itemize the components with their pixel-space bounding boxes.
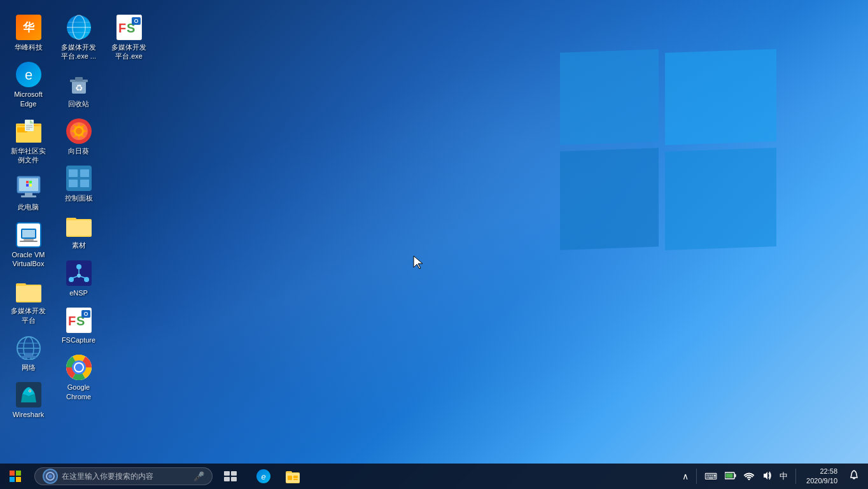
material-label: 素材 [72,241,86,250]
multimedia-folder-icon [16,278,41,304]
svg-point-86 [48,474,52,478]
control-icon [66,166,92,191]
svg-rect-81 [10,471,15,476]
desktop-icon-xinhua[interactable]: 新华社区实例文件 [4,115,52,169]
desktop-icon-ensp[interactable]: eNSP [55,257,102,301]
svg-rect-22 [20,241,38,242]
language-icon[interactable]: 中 [777,471,790,482]
edge-label: MicrosoftEdge [14,90,43,108]
svg-rect-96 [288,476,292,480]
fscapture-icon: F S [66,308,92,333]
svg-rect-87 [224,471,230,476]
desktop-icon-control[interactable]: 控制面板 [55,162,102,206]
recycle-label: 回收站 [68,99,89,108]
chrome-label: GoogleChrome [66,383,91,401]
desktop: 华 华峰科技 e MicrosoftEdge [0,0,868,489]
svg-rect-82 [16,471,21,476]
svg-point-35 [29,390,31,392]
huafeng-icon: 华 [16,15,41,40]
desktop-icon-material[interactable]: 素材 [55,209,102,253]
clock-time: 22:58 [806,467,837,476]
win-logo-bottom-right [665,148,776,250]
desktop-icon-wireshark[interactable]: Wireshark [4,378,52,423]
network-icon [16,335,41,360]
svg-rect-90 [231,477,237,481]
svg-rect-32 [21,356,36,358]
svg-rect-56 [66,220,92,236]
desktop-icon-fscapture[interactable]: F S FSCapture [55,304,102,348]
desktop-icon-multimedia-exe[interactable]: 多媒体开发平台.exe ... [55,11,102,65]
svg-rect-51 [80,169,89,177]
battery-icon[interactable] [722,471,739,481]
svg-point-70 [85,313,87,315]
svg-rect-50 [69,169,78,177]
chrome-icon [66,355,92,380]
desktop-icon-huafeng[interactable]: 华 华峰科技 [4,11,52,55]
desktop-icon-network[interactable]: 网络 [4,331,52,376]
svg-rect-31 [25,353,32,356]
win-logo-top-right [665,49,776,145]
svg-text:e: e [261,472,265,481]
hidden-icons-arrow[interactable]: ∧ [680,471,691,481]
svg-text:F: F [118,21,126,35]
taskbar-explorer[interactable] [279,464,307,489]
notification-button[interactable] [845,470,863,483]
svg-rect-83 [10,477,15,482]
desktop-icon-multimedia-folder[interactable]: 多媒体开发平台 [4,274,52,329]
task-view-button[interactable] [216,464,244,489]
fscapture-label: FSCapture [62,336,95,344]
separator [696,469,697,484]
svg-rect-21 [24,239,34,241]
taskbar-systray: ∧ ⌨ [680,467,868,486]
multimedia-exe-icon [66,15,92,40]
svg-point-80 [135,20,137,22]
network-tray-icon[interactable] [741,471,757,482]
multimedia-exe2-label: 多媒体开发平台.exe [111,43,146,61]
svg-rect-101 [726,474,733,478]
svg-rect-43 [75,77,83,81]
xinhua-label: 新华社区实例文件 [11,146,46,165]
svg-point-58 [76,264,81,269]
control-label: 控制面板 [65,194,93,202]
desktop-icons-area: 华 华峰科技 e MicrosoftEdge [0,6,153,458]
multimedia-folder-label: 多媒体开发平台 [11,306,46,325]
separator2 [795,469,796,484]
wireshark-icon [16,382,41,408]
computer-label: 此电脑 [18,202,39,211]
mouse-cursor [412,255,425,267]
desktop-icon-sunflower[interactable]: 向日葵 [55,115,102,159]
desktop-icon-virtualbox[interactable]: Oracle VMVirtualBox [4,218,52,273]
multimedia-exe-label: 多媒体开发平台.exe ... [61,43,96,61]
svg-rect-89 [224,477,230,481]
svg-text:F: F [68,314,76,328]
svg-rect-97 [293,476,298,478]
microphone-icon[interactable]: 🎤 [193,471,204,481]
svg-text:♻: ♻ [74,83,83,93]
computer-icon [16,174,41,200]
svg-rect-16 [26,184,29,187]
svg-rect-98 [293,479,298,480]
search-bar[interactable]: 在这里输入你要搜索的内容 🎤 [34,467,213,485]
desktop-icon-chrome[interactable]: GoogleChrome [55,351,102,405]
ensp-label: eNSP [69,288,88,297]
clock[interactable]: 22:58 2020/9/10 [801,467,843,486]
svg-rect-13 [21,195,36,197]
desktop-icon-computer[interactable]: 此电脑 [4,171,52,215]
start-button[interactable] [0,464,31,489]
desktop-icon-multimedia-exe2[interactable]: F S 多媒体开发平台.exe [105,11,153,65]
desktop-icon-recycle[interactable]: ♻ 回收站 [55,67,102,112]
keyboard-icon[interactable]: ⌨ [702,471,720,481]
svg-rect-52 [69,180,78,187]
multimedia-exe2-icon: F S [116,15,142,40]
taskbar-pinned-apps: e [249,464,307,489]
taskbar-edge[interactable]: e [249,464,277,489]
clock-date: 2020/9/10 [806,476,837,486]
volume-icon[interactable] [759,471,774,482]
svg-rect-15 [29,181,32,183]
svg-point-102 [748,478,750,480]
virtualbox-icon [16,222,41,248]
desktop-icon-edge[interactable]: e MicrosoftEdge [4,58,52,112]
svg-rect-84 [16,477,21,482]
network-label: 网络 [22,363,36,372]
svg-text:e: e [24,67,32,83]
